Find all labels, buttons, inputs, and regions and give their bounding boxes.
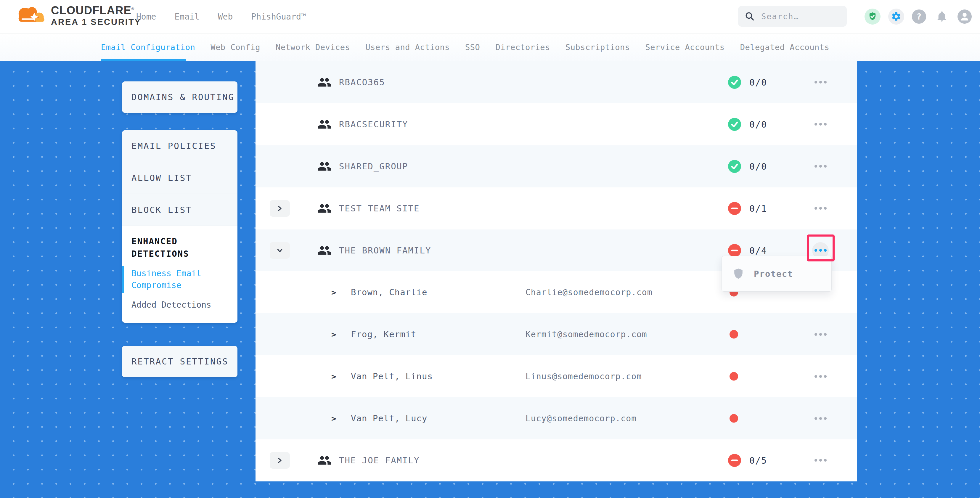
tab-web-config[interactable]: Web Config [210, 43, 260, 52]
sidebar-subitem-business-email-compromise[interactable]: Business Email Compromise [122, 268, 220, 291]
app-root: CLOUDFLARE® AREA 1 SECURITY HomeEmailWeb… [0, 0, 980, 498]
table-row-rbacsecurity: RBACSECURITY 0/0 [256, 103, 857, 145]
status-badge [728, 76, 741, 89]
group-icon [317, 75, 332, 90]
shield-check-icon[interactable] [864, 9, 881, 25]
logo-brand: CLOUDFLARE [51, 4, 132, 17]
top-nav: HomeEmailWebPhishGuard™ [136, 0, 306, 33]
group-name: SHARED_GROUP [339, 161, 408, 172]
tab-users-and-actions[interactable]: Users and Actions [365, 43, 450, 52]
context-menu: Protect [722, 256, 832, 292]
group-name: THE JOE FAMILY [339, 455, 420, 465]
app-header: CLOUDFLARE® AREA 1 SECURITY HomeEmailWeb… [0, 0, 980, 33]
tab-delegated-accounts[interactable]: Delegated Accounts [740, 43, 830, 52]
tab-sso[interactable]: SSO [465, 43, 480, 52]
group-name: THE BROWN FAMILY [339, 245, 431, 256]
sidebar-subitem-added-detections[interactable]: Added Detections [122, 299, 220, 311]
cloudflare-cloud-icon [15, 5, 49, 24]
top-nav-email[interactable]: Email [174, 12, 199, 22]
sidebar-item-block-list[interactable]: BLOCK LIST [122, 194, 237, 226]
tab-directories[interactable]: Directories [495, 43, 550, 52]
row-menu-button[interactable] [812, 410, 829, 426]
protection-count: 0/5 [749, 455, 767, 465]
group-icon [317, 243, 332, 258]
sidebar-item-allow-list[interactable]: ALLOW LIST [122, 162, 237, 194]
member-chevron-icon: > [331, 414, 336, 423]
active-tab-underline [101, 59, 186, 61]
sidebar-item-retract-settings[interactable]: RETRACT SETTINGS [122, 346, 237, 377]
member-email: Kermit@somedemocorp.com [525, 329, 647, 339]
member-email: Charlie@somedemocorp.com [525, 288, 652, 297]
menu-item-protect[interactable]: Protect [754, 269, 793, 279]
alert-dot [730, 414, 738, 423]
member-chevron-icon: > [331, 330, 336, 339]
protection-count: 0/1 [749, 203, 767, 213]
cloudflare-logo: CLOUDFLARE® AREA 1 SECURITY [15, 2, 141, 27]
tab-subscriptions[interactable]: Subscriptions [565, 43, 630, 52]
search-input[interactable] [760, 11, 863, 21]
header-icons: ? [864, 0, 972, 33]
status-badge [728, 202, 741, 215]
protection-count: 0/0 [749, 77, 767, 88]
member-name: Van Pelt, Linus [351, 371, 433, 381]
member-email: Linus@somedemocorp.com [525, 372, 642, 381]
sidebar-section-enhanced-detections: ENHANCED DETECTIONSBusiness Email Compro… [122, 226, 237, 323]
logo-text: CLOUDFLARE® AREA 1 SECURITY [51, 2, 141, 27]
status-badge [728, 160, 741, 173]
table-row-frog-kermit: > Frog, Kermit Kermit@somedemocorp.com [256, 313, 857, 355]
table-row-van-pelt-lucy: > Van Pelt, Lucy Lucy@somedemocorp.com [256, 397, 857, 439]
row-menu-button[interactable] [812, 200, 829, 217]
search-box[interactable] [738, 6, 847, 27]
top-nav-home[interactable]: Home [136, 12, 156, 22]
table-row-test-team-site: TEST TEAM SITE 0/1 [256, 188, 857, 229]
group-name: TEST TEAM SITE [339, 204, 420, 213]
tab-network-devices[interactable]: Network Devices [276, 43, 350, 52]
member-chevron-icon: > [331, 288, 336, 297]
gear-icon[interactable] [888, 9, 904, 25]
registered-mark: ® [132, 6, 135, 11]
sidebar-item-domains-routing[interactable]: DOMAINS & ROUTING [122, 81, 237, 113]
status-badge [728, 454, 741, 467]
member-name: Van Pelt, Lucy [351, 413, 427, 423]
groups-table: RBACO365 0/0 RBACSECURITY [256, 61, 857, 481]
top-nav-web[interactable]: Web [218, 12, 233, 22]
row-menu-button[interactable] [812, 74, 829, 91]
group-icon [317, 159, 332, 174]
tab-service-accounts[interactable]: Service Accounts [646, 43, 725, 52]
status-badge [728, 244, 741, 257]
tab-bar: Email ConfigurationWeb ConfigNetwork Dev… [0, 33, 980, 61]
group-name: RBACSECURITY [339, 119, 408, 129]
row-menu-button[interactable] [812, 116, 829, 133]
member-chevron-icon: > [331, 372, 336, 381]
sidebar-item-email-policies[interactable]: EMAIL POLICIES [122, 130, 237, 162]
group-name: RBACO365 [339, 77, 385, 88]
alert-dot [730, 372, 738, 381]
group-icon [317, 453, 332, 468]
user-icon[interactable] [958, 10, 972, 24]
expand-button[interactable] [270, 200, 290, 217]
table-row-rbaco365: RBACO365 0/0 [256, 61, 857, 103]
expand-button[interactable] [270, 242, 290, 259]
tab-email-configuration[interactable]: Email Configuration [101, 43, 195, 52]
protection-count: 0/0 [749, 119, 767, 129]
sidebar-item-enhanced-detections[interactable]: ENHANCED DETECTIONS [122, 235, 220, 260]
member-name: Brown, Charlie [351, 287, 427, 297]
row-menu-button[interactable] [812, 452, 829, 469]
bell-icon[interactable] [934, 9, 950, 25]
logo-product: AREA 1 SECURITY [51, 17, 141, 27]
shield-icon [733, 268, 744, 280]
top-nav-phishguard[interactable]: PhishGuard™ [251, 12, 306, 22]
row-menu-button[interactable] [812, 368, 829, 385]
row-menu-button[interactable] [812, 158, 829, 175]
row-menu-button[interactable] [812, 326, 829, 342]
table-row-shared-group: SHARED_GROUP 0/0 [256, 145, 857, 188]
sidebar-card: RETRACT SETTINGS [122, 346, 237, 377]
sidebar-card: EMAIL POLICIESALLOW LISTBLOCK LISTENHANC… [122, 130, 237, 323]
help-icon[interactable]: ? [912, 10, 926, 24]
protection-count: 0/0 [749, 161, 767, 172]
search-icon [745, 11, 755, 21]
group-icon [317, 201, 332, 216]
table-row-the-joe-family: THE JOE FAMILY 0/5 [256, 439, 857, 481]
protection-count: 0/4 [749, 245, 767, 256]
expand-button[interactable] [270, 452, 290, 469]
